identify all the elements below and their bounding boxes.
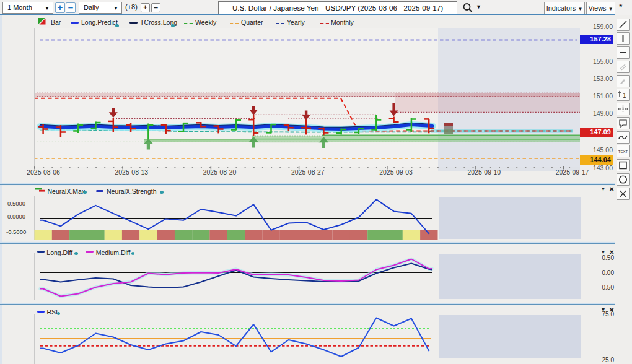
svg-text:1: 1 [623, 92, 626, 99]
svg-text:TEXT: TEXT [618, 150, 628, 154]
